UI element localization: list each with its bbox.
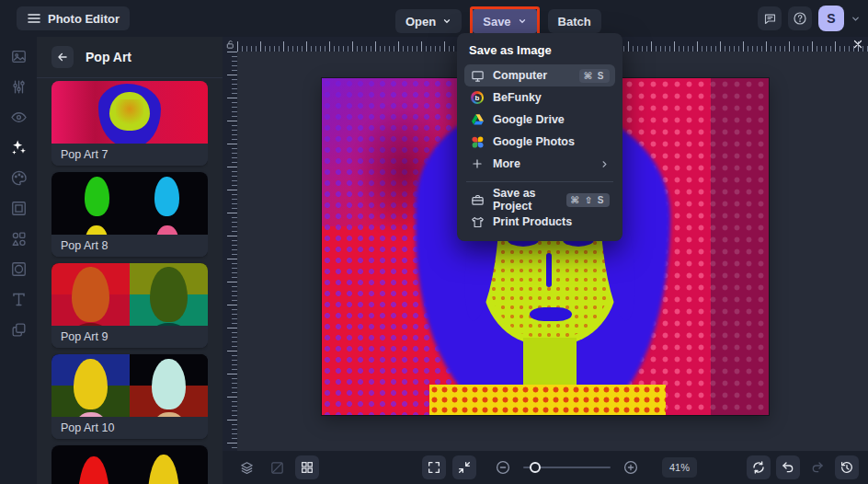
vertical-ruler[interactable] (223, 52, 237, 451)
view-group (422, 455, 476, 479)
save-menu-header: Save as Image (464, 40, 615, 64)
fit-screen-icon (457, 460, 472, 475)
bottom-left-group (234, 455, 319, 479)
zoom-controls: 41% (491, 455, 697, 479)
preset-thumbnail (51, 445, 208, 484)
grid-view-icon (300, 460, 314, 475)
grid-view-button[interactable] (295, 455, 319, 479)
zoom-out-button[interactable] (491, 455, 515, 479)
chevron-right-icon (600, 159, 610, 169)
menu-item-label: Save as Project (493, 187, 558, 213)
layers-button[interactable] (234, 455, 258, 479)
reset-button[interactable] (747, 455, 771, 479)
batch-label: Batch (558, 15, 591, 29)
zoom-percentage[interactable]: 41% (662, 457, 697, 478)
file-actions: Open Save Batch (395, 6, 601, 36)
tshirt-icon (470, 214, 485, 229)
chevron-down-icon (518, 17, 527, 26)
image-disabled-icon (269, 460, 285, 476)
image-properties-button[interactable] (265, 455, 289, 479)
menu-item-print-products[interactable]: Print Products (464, 211, 615, 233)
fullscreen-button[interactable] (422, 455, 446, 479)
chevron-down-icon (442, 17, 451, 26)
plus-circle-icon (622, 459, 639, 476)
touch-up-icon[interactable] (7, 106, 29, 128)
google-drive-icon (470, 112, 485, 127)
menu-item-more[interactable]: More (464, 153, 615, 175)
menu-item-label: BeFunky (493, 91, 542, 104)
account-chevron-icon[interactable] (851, 14, 861, 24)
art-nose (546, 253, 552, 287)
graphics-icon[interactable] (7, 227, 29, 249)
preset-thumbnail (51, 263, 208, 326)
undo-icon (781, 460, 795, 475)
open-button[interactable]: Open (395, 9, 462, 33)
feedback-button[interactable] (758, 6, 782, 30)
back-button[interactable] (51, 46, 74, 68)
overlays-icon[interactable] (7, 258, 29, 280)
topbar-right: S (758, 6, 861, 31)
undo-button[interactable] (776, 455, 800, 479)
preset-card-popart8[interactable]: Pop Art 8 (51, 172, 208, 257)
art-right-band (711, 78, 769, 415)
shortcut-badge: ⌘ ⇧ S (566, 193, 610, 207)
save-label: Save (483, 15, 510, 29)
menu-item-save-as-project[interactable]: Save as Project ⌘ ⇧ S (464, 189, 615, 211)
help-button[interactable] (788, 6, 812, 30)
fit-screen-button[interactable] (452, 455, 476, 479)
zoom-slider[interactable] (523, 467, 611, 468)
bottom-toolbar: 41% (223, 451, 868, 484)
topbar: Photo Editor Open Save Batch (0, 0, 868, 37)
close-canvas-button[interactable] (851, 38, 864, 51)
redo-icon (810, 460, 825, 475)
zoom-slider-knob[interactable] (530, 462, 541, 473)
arrow-left-icon (56, 51, 69, 63)
preset-card-popart9[interactable]: Pop Art 9 (51, 263, 208, 348)
preset-thumbnail (51, 172, 208, 235)
preset-label: Pop Art 9 (51, 326, 208, 348)
menu-item-computer[interactable]: Computer ⌘ S (464, 64, 615, 86)
preset-list: Pop Art 7 Pop Art 8 Pop Art 9 (51, 81, 208, 484)
preset-thumbnail (51, 354, 208, 417)
minus-circle-icon (495, 459, 511, 476)
menu-divider (466, 181, 613, 182)
computer-icon (470, 68, 485, 83)
google-photos-icon (470, 134, 485, 149)
preset-card-popart10[interactable]: Pop Art 10 (51, 354, 208, 439)
photo-editor-app: Photo Editor Open Save Batch (0, 0, 868, 484)
preset-label: Pop Art 7 (51, 144, 208, 166)
menu-item-label: Google Drive (493, 113, 565, 126)
feedback-icon (763, 12, 777, 26)
menu-item-befunky[interactable]: BeFunky (464, 86, 615, 109)
art-mouth (530, 307, 572, 321)
menu-item-label: More (493, 157, 520, 170)
tool-rail (0, 37, 37, 484)
help-icon (793, 11, 807, 26)
preset-thumbnail (51, 81, 208, 144)
open-label: Open (405, 15, 436, 29)
photo-manager-icon[interactable] (7, 45, 29, 67)
preset-card-popart11[interactable] (51, 445, 208, 484)
batch-button[interactable]: Batch (548, 9, 601, 33)
app-title: Photo Editor (48, 12, 120, 26)
effects-icon[interactable] (7, 136, 29, 158)
menu-item-google-photos[interactable]: Google Photos (464, 131, 615, 153)
ruler-lock-button[interactable] (223, 37, 237, 52)
save-button[interactable]: Save (473, 9, 536, 33)
app-menu-button[interactable]: Photo Editor (17, 6, 130, 30)
artsy-icon[interactable] (7, 167, 29, 189)
adjust-icon[interactable] (7, 75, 29, 98)
lock-open-icon (225, 40, 235, 50)
menu-item-google-drive[interactable]: Google Drive (464, 109, 615, 131)
frames-icon[interactable] (7, 197, 29, 219)
layers-copy-icon[interactable] (7, 318, 29, 340)
menu-item-label: Print Products (493, 215, 572, 228)
preset-card-popart7[interactable]: Pop Art 7 (51, 81, 208, 166)
text-icon[interactable] (7, 288, 29, 310)
popart-panel: Pop Art Pop Art 7 Pop Art 8 (37, 37, 223, 484)
reset-icon (751, 460, 766, 475)
redo-button[interactable] (805, 455, 829, 479)
history-button[interactable] (835, 455, 859, 479)
zoom-in-button[interactable] (619, 455, 643, 479)
avatar[interactable]: S (818, 6, 844, 31)
